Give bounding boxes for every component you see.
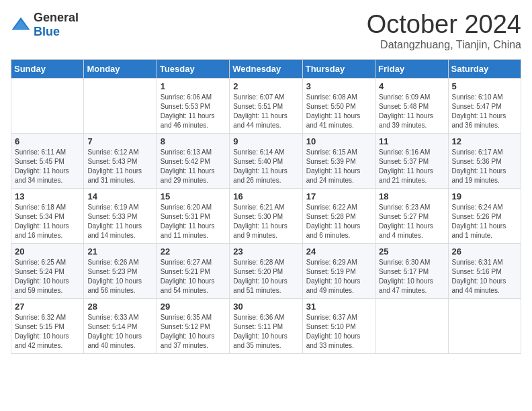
table-row: 7 Sunrise: 6:12 AMSunset: 5:43 PMDayligh… bbox=[84, 133, 157, 188]
day-detail: Sunrise: 6:17 AMSunset: 5:36 PMDaylight:… bbox=[452, 148, 506, 184]
table-row: 22 Sunrise: 6:27 AMSunset: 5:21 PMDaylig… bbox=[157, 243, 229, 298]
table-row: 18 Sunrise: 6:23 AMSunset: 5:27 PMDaylig… bbox=[375, 188, 448, 243]
header-wednesday: Wednesday bbox=[230, 59, 302, 78]
day-number: 31 bbox=[306, 302, 371, 312]
day-number: 22 bbox=[161, 246, 226, 257]
calendar-week-row: 1 Sunrise: 6:06 AMSunset: 5:53 PMDayligh… bbox=[11, 78, 521, 133]
table-row: 19 Sunrise: 6:24 AMSunset: 5:26 PMDaylig… bbox=[448, 188, 521, 243]
header-saturday: Saturday bbox=[448, 59, 521, 78]
table-row: 31 Sunrise: 6:37 AMSunset: 5:10 PMDaylig… bbox=[302, 298, 375, 353]
day-number: 18 bbox=[379, 191, 444, 201]
day-detail: Sunrise: 6:22 AMSunset: 5:28 PMDaylight:… bbox=[306, 203, 361, 239]
table-row bbox=[11, 78, 84, 133]
table-row: 28 Sunrise: 6:33 AMSunset: 5:14 PMDaylig… bbox=[84, 298, 157, 353]
table-row: 29 Sunrise: 6:35 AMSunset: 5:12 PMDaylig… bbox=[157, 298, 229, 353]
day-detail: Sunrise: 6:31 AMSunset: 5:16 PMDaylight:… bbox=[452, 259, 506, 294]
location-title: Datangzhuang, Tianjin, China bbox=[367, 39, 521, 51]
table-row: 1 Sunrise: 6:06 AMSunset: 5:53 PMDayligh… bbox=[157, 78, 229, 133]
table-row: 17 Sunrise: 6:22 AMSunset: 5:28 PMDaylig… bbox=[302, 188, 375, 243]
table-row: 27 Sunrise: 6:32 AMSunset: 5:15 PMDaylig… bbox=[11, 298, 84, 353]
header-monday: Monday bbox=[84, 59, 157, 78]
day-number: 9 bbox=[233, 136, 298, 146]
day-detail: Sunrise: 6:08 AMSunset: 5:50 PMDaylight:… bbox=[306, 93, 361, 129]
day-detail: Sunrise: 6:29 AMSunset: 5:19 PMDaylight:… bbox=[306, 259, 361, 294]
day-detail: Sunrise: 6:21 AMSunset: 5:30 PMDaylight:… bbox=[233, 203, 287, 239]
table-row: 10 Sunrise: 6:15 AMSunset: 5:39 PMDaylig… bbox=[302, 133, 375, 188]
table-row: 3 Sunrise: 6:08 AMSunset: 5:50 PMDayligh… bbox=[302, 78, 375, 133]
day-detail: Sunrise: 6:37 AMSunset: 5:10 PMDaylight:… bbox=[306, 314, 361, 349]
day-number: 3 bbox=[306, 81, 371, 91]
day-number: 24 bbox=[306, 246, 371, 257]
table-row: 26 Sunrise: 6:31 AMSunset: 5:16 PMDaylig… bbox=[448, 243, 521, 298]
day-detail: Sunrise: 6:13 AMSunset: 5:42 PMDaylight:… bbox=[161, 148, 215, 184]
day-number: 26 bbox=[452, 246, 517, 257]
page-header: General Blue October 2024 Datangzhuang, … bbox=[11, 11, 521, 51]
day-number: 19 bbox=[452, 191, 517, 201]
day-detail: Sunrise: 6:14 AMSunset: 5:40 PMDaylight:… bbox=[233, 148, 287, 184]
day-number: 8 bbox=[161, 136, 226, 146]
day-detail: Sunrise: 6:30 AMSunset: 5:17 PMDaylight:… bbox=[379, 259, 433, 294]
table-row: 13 Sunrise: 6:18 AMSunset: 5:34 PMDaylig… bbox=[11, 188, 84, 243]
table-row: 6 Sunrise: 6:11 AMSunset: 5:45 PMDayligh… bbox=[11, 133, 84, 188]
day-number: 7 bbox=[87, 136, 152, 146]
day-number: 5 bbox=[452, 81, 517, 91]
day-number: 12 bbox=[452, 136, 517, 146]
table-row: 2 Sunrise: 6:07 AMSunset: 5:51 PMDayligh… bbox=[230, 78, 302, 133]
day-detail: Sunrise: 6:19 AMSunset: 5:33 PMDaylight:… bbox=[87, 203, 142, 239]
day-detail: Sunrise: 6:28 AMSunset: 5:20 PMDaylight:… bbox=[233, 259, 287, 294]
day-number: 29 bbox=[161, 302, 226, 312]
day-detail: Sunrise: 6:26 AMSunset: 5:23 PMDaylight:… bbox=[87, 259, 142, 294]
day-number: 28 bbox=[87, 302, 152, 312]
day-number: 13 bbox=[15, 191, 80, 201]
month-title: October 2024 bbox=[367, 11, 521, 39]
table-row: 14 Sunrise: 6:19 AMSunset: 5:33 PMDaylig… bbox=[84, 188, 157, 243]
day-number: 25 bbox=[379, 246, 444, 257]
title-block: October 2024 Datangzhuang, Tianjin, Chin… bbox=[367, 11, 521, 51]
day-number: 16 bbox=[233, 191, 298, 201]
header-friday: Friday bbox=[375, 59, 448, 78]
table-row: 9 Sunrise: 6:14 AMSunset: 5:40 PMDayligh… bbox=[230, 133, 302, 188]
calendar-week-row: 6 Sunrise: 6:11 AMSunset: 5:45 PMDayligh… bbox=[11, 133, 521, 188]
logo-text: General Blue bbox=[34, 11, 79, 39]
table-row bbox=[448, 298, 521, 353]
logo: General Blue bbox=[11, 11, 79, 39]
day-detail: Sunrise: 6:11 AMSunset: 5:45 PMDaylight:… bbox=[15, 148, 69, 184]
day-number: 30 bbox=[233, 302, 298, 312]
table-row: 25 Sunrise: 6:30 AMSunset: 5:17 PMDaylig… bbox=[375, 243, 448, 298]
table-row: 4 Sunrise: 6:09 AMSunset: 5:48 PMDayligh… bbox=[375, 78, 448, 133]
day-detail: Sunrise: 6:07 AMSunset: 5:51 PMDaylight:… bbox=[233, 93, 287, 129]
calendar-week-row: 20 Sunrise: 6:25 AMSunset: 5:24 PMDaylig… bbox=[11, 243, 521, 298]
table-row: 24 Sunrise: 6:29 AMSunset: 5:19 PMDaylig… bbox=[302, 243, 375, 298]
day-detail: Sunrise: 6:27 AMSunset: 5:21 PMDaylight:… bbox=[161, 259, 215, 294]
day-number: 4 bbox=[379, 81, 444, 91]
day-number: 21 bbox=[87, 246, 152, 257]
day-detail: Sunrise: 6:32 AMSunset: 5:15 PMDaylight:… bbox=[15, 314, 69, 349]
table-row: 11 Sunrise: 6:16 AMSunset: 5:37 PMDaylig… bbox=[375, 133, 448, 188]
day-detail: Sunrise: 6:09 AMSunset: 5:48 PMDaylight:… bbox=[379, 93, 433, 129]
day-detail: Sunrise: 6:23 AMSunset: 5:27 PMDaylight:… bbox=[379, 203, 433, 239]
table-row: 23 Sunrise: 6:28 AMSunset: 5:20 PMDaylig… bbox=[230, 243, 302, 298]
day-detail: Sunrise: 6:33 AMSunset: 5:14 PMDaylight:… bbox=[87, 314, 142, 349]
weekday-header-row: Sunday Monday Tuesday Wednesday Thursday… bbox=[11, 59, 521, 78]
day-detail: Sunrise: 6:16 AMSunset: 5:37 PMDaylight:… bbox=[379, 148, 433, 184]
day-detail: Sunrise: 6:35 AMSunset: 5:12 PMDaylight:… bbox=[161, 314, 215, 349]
day-detail: Sunrise: 6:25 AMSunset: 5:24 PMDaylight:… bbox=[15, 259, 69, 294]
table-row: 30 Sunrise: 6:36 AMSunset: 5:11 PMDaylig… bbox=[230, 298, 302, 353]
day-detail: Sunrise: 6:12 AMSunset: 5:43 PMDaylight:… bbox=[87, 148, 142, 184]
table-row: 16 Sunrise: 6:21 AMSunset: 5:30 PMDaylig… bbox=[230, 188, 302, 243]
day-number: 27 bbox=[15, 302, 80, 312]
table-row: 20 Sunrise: 6:25 AMSunset: 5:24 PMDaylig… bbox=[11, 243, 84, 298]
day-number: 20 bbox=[15, 246, 80, 257]
calendar-week-row: 13 Sunrise: 6:18 AMSunset: 5:34 PMDaylig… bbox=[11, 188, 521, 243]
day-number: 17 bbox=[306, 191, 371, 201]
table-row: 12 Sunrise: 6:17 AMSunset: 5:36 PMDaylig… bbox=[448, 133, 521, 188]
table-row: 5 Sunrise: 6:10 AMSunset: 5:47 PMDayligh… bbox=[448, 78, 521, 133]
day-detail: Sunrise: 6:24 AMSunset: 5:26 PMDaylight:… bbox=[452, 203, 506, 239]
day-detail: Sunrise: 6:20 AMSunset: 5:31 PMDaylight:… bbox=[161, 203, 215, 239]
day-detail: Sunrise: 6:15 AMSunset: 5:39 PMDaylight:… bbox=[306, 148, 361, 184]
calendar-table: Sunday Monday Tuesday Wednesday Thursday… bbox=[11, 59, 521, 354]
table-row: 15 Sunrise: 6:20 AMSunset: 5:31 PMDaylig… bbox=[157, 188, 229, 243]
day-detail: Sunrise: 6:36 AMSunset: 5:11 PMDaylight:… bbox=[233, 314, 287, 349]
logo-icon bbox=[11, 15, 31, 35]
day-number: 10 bbox=[306, 136, 371, 146]
